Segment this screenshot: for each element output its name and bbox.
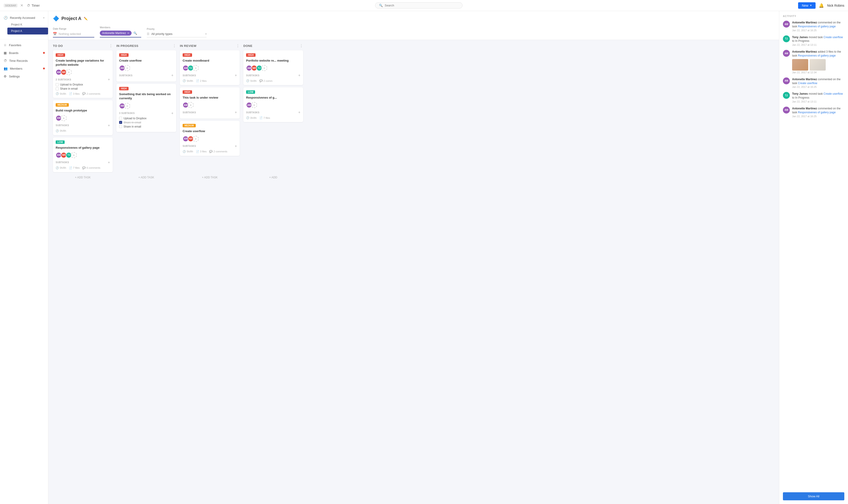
card-avatars: AMTJ+	[183, 65, 237, 71]
members-filter-input[interactable]: Antionette Martinez × 🔍	[100, 30, 141, 37]
clock-icon: 🕐	[56, 92, 59, 95]
add-task-button-todo[interactable]: + ADD TASK	[53, 174, 113, 181]
sidebar-item-members[interactable]: 👥 Members	[0, 65, 48, 72]
main-content: 🔷 Project A ✏️ AM NR TJ + ⋯ BoardMenu Da…	[48, 11, 848, 504]
clock-icon: 🕐	[56, 166, 59, 169]
comment-icon: 💬	[82, 166, 86, 169]
add-assignee-button[interactable]: +	[124, 103, 130, 109]
comment-icon: 💬	[82, 92, 86, 95]
sidebar-item-boards[interactable]: ▦ Boards	[0, 49, 48, 57]
search-icon: 🔍	[379, 4, 383, 7]
date-range-input[interactable]: 📅 Nothing selected	[53, 31, 94, 37]
activity-link[interactable]: Create userflow	[824, 92, 843, 95]
sidebar-item-favorites[interactable]: ☆ Favorites	[0, 41, 48, 49]
column-done: DONE ⋮ HIGH Portfolio website re... meet…	[243, 44, 303, 181]
add-assignee-button[interactable]: +	[124, 65, 130, 71]
notification-bell-icon[interactable]: 🔔	[819, 3, 824, 8]
add-task-button-inreview[interactable]: + ADD TASK	[180, 174, 240, 181]
priority-filter-input[interactable]: ☰ All priority types ▾	[147, 31, 207, 37]
add-assignee-button[interactable]: +	[251, 102, 257, 108]
add-assignee-button[interactable]: +	[193, 65, 199, 71]
activity-link[interactable]: Create userflow	[824, 36, 843, 39]
activity-text: Antonette Martinez commented on the task…	[792, 77, 844, 85]
subtasks-header: SUBTASKS +	[246, 73, 300, 77]
add-task-button-inprogress[interactable]: + ADD TASK	[116, 174, 176, 181]
activity-date: Jan 22, 2017 at 16:25	[792, 29, 844, 32]
recent-item-project-k[interactable]: Project K	[7, 22, 48, 28]
search-box[interactable]: 🔍	[375, 2, 463, 8]
subtask-checkbox[interactable]	[56, 83, 59, 86]
activity-link[interactable]: Responsivenes of gallery page	[798, 25, 835, 28]
sidebar-item-time-records[interactable]: ⏱ Time Records	[0, 57, 48, 65]
timer: ⏱ Timer	[27, 4, 39, 7]
subtask-checkbox[interactable]	[119, 117, 122, 120]
calendar-icon: 📅	[53, 32, 57, 36]
date-range-filter: Date Range 📅 Nothing selected	[53, 28, 94, 37]
subtask-checkbox[interactable]: ✓	[119, 121, 122, 124]
remove-member-icon[interactable]: ×	[127, 31, 129, 35]
add-assignee-button[interactable]: +	[61, 115, 67, 121]
logo: SIDEBAR	[4, 4, 17, 7]
time-item: 🕐5h/8h	[183, 79, 193, 82]
add-subtask-button[interactable]: +	[108, 77, 110, 82]
card-title: Create userflow	[119, 59, 173, 63]
add-assignee-button[interactable]: +	[261, 65, 267, 71]
actor: Antonette Martinez	[792, 21, 817, 24]
subtask-checkbox[interactable]	[119, 125, 122, 128]
activity-text: Tony James moved task Create userflow to…	[792, 35, 844, 43]
add-subtask-button[interactable]: +	[171, 73, 173, 77]
activity-date: Jan 22, 2017 at 16:25	[792, 86, 844, 88]
activity-text: Antonette Martinez added 3 files to the …	[792, 50, 844, 58]
add-assignee-button[interactable]: +	[188, 102, 194, 108]
add-subtask-button[interactable]: +	[235, 144, 237, 148]
chevron-down-icon: ▾	[205, 33, 207, 35]
sidebar-item-recently-accessed[interactable]: 🕐 Recently Accessed ▾	[0, 14, 48, 22]
card-todo-2: LOW Responsivenes of gallery page AMNRTJ…	[53, 138, 113, 172]
search-input[interactable]	[384, 4, 458, 7]
show-all-button[interactable]: Show All	[783, 492, 844, 500]
priority-badge: MEDIUM	[183, 124, 196, 127]
add-subtask-button[interactable]: +	[298, 73, 300, 77]
priority-filter-value: All priority types	[151, 32, 204, 36]
add-assignee-button[interactable]: +	[193, 136, 199, 142]
board-area: TO DO ⋮ HIGH Create landing page variati…	[48, 40, 779, 185]
priority-badge: HIGH	[119, 53, 128, 57]
activity-link[interactable]: Create userflow	[798, 82, 817, 85]
add-assignee-button[interactable]: +	[66, 69, 72, 75]
time-item: 🕐5h/8h	[246, 79, 257, 82]
sidebar-item-settings[interactable]: ⚙ Settings	[0, 72, 48, 80]
activity-avatar: TJ	[783, 92, 790, 99]
recent-item-project-a[interactable]: Project A	[7, 28, 48, 35]
card-avatars: AMNR+	[56, 69, 110, 75]
add-subtask-button[interactable]: +	[108, 160, 110, 165]
subtasks-label: SUBTASKS	[246, 74, 259, 77]
activity-link[interactable]: Responsivenes of gallery page	[798, 111, 835, 114]
edit-icon[interactable]: ✏️	[84, 17, 88, 20]
add-subtask-button[interactable]: +	[235, 110, 237, 114]
column-menu-icon-done[interactable]: ⋮	[299, 44, 303, 48]
add-subtask-button[interactable]: +	[171, 111, 173, 115]
add-task-button-done[interactable]: + ADD	[243, 174, 303, 181]
activity-text: Antonette Martinez commented on the task…	[792, 107, 844, 114]
column-menu-icon-inreview[interactable]: ⋮	[236, 44, 240, 48]
card-footer: 🕐5h/8h📄3 files💬2 comments	[56, 92, 110, 95]
actor: Antonette Martinez	[792, 107, 817, 110]
column-menu-icon-todo[interactable]: ⋮	[109, 44, 113, 48]
add-subtask-button[interactable]: +	[298, 110, 300, 114]
subtask-checkbox[interactable]	[56, 87, 59, 90]
column-menu-icon-inprogress[interactable]: ⋮	[173, 44, 176, 48]
add-assignee-button[interactable]: +	[71, 152, 77, 158]
activity-item-3: AM Antonette Martinez commented on the t…	[783, 77, 844, 89]
priority-badge: HIGH	[56, 53, 65, 57]
close-icon[interactable]: ✕	[20, 3, 23, 7]
subtasks-header: 2 SUBTASKS +	[56, 77, 110, 82]
priority-badge: HIGH	[183, 90, 192, 94]
clock-icon: 🕐	[246, 79, 249, 82]
add-subtask-button[interactable]: +	[108, 123, 110, 128]
add-subtask-button[interactable]: +	[235, 73, 237, 77]
card-todo-0: HIGH Create landing page variations for …	[53, 50, 113, 98]
new-button[interactable]: New ▼	[798, 2, 816, 9]
activity-link[interactable]: Responsivenes of gallery page	[798, 54, 835, 57]
card-title: Portfolio website re... meeting	[246, 59, 300, 63]
filter-search-icon[interactable]: 🔍	[133, 32, 137, 35]
